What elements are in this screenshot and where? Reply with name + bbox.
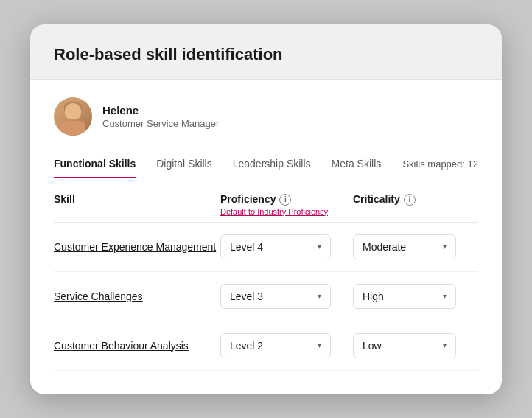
proficiency-sub[interactable]: Default to Industry Proficiency	[220, 207, 346, 216]
tabs-bar: Functional Skills Digital Skills Leaders…	[54, 150, 478, 178]
skill-name-1[interactable]: Service Challenges	[54, 290, 220, 302]
criticality-select-1[interactable]: High ▾	[353, 284, 456, 309]
skill-name-2[interactable]: Customer Behaviour Analysis	[54, 340, 220, 352]
table-header: Skill Proficiency i Default to Industry …	[54, 193, 478, 223]
proficiency-value-0: Level 4	[230, 241, 263, 253]
page-title: Role-based skill identification	[54, 45, 478, 64]
skill-name-0[interactable]: Customer Experience Management	[54, 241, 220, 253]
proficiency-dropdown-0: Level 4 ▾	[220, 234, 353, 259]
tab-functional[interactable]: Functional Skills	[54, 150, 136, 178]
proficiency-info-icon[interactable]: i	[279, 194, 291, 206]
user-row: Helene Customer Service Manager	[54, 97, 478, 136]
proficiency-dropdown-2: Level 2 ▾	[220, 333, 353, 358]
table-row: Customer Experience Management Level 4 ▾…	[54, 223, 478, 272]
criticality-header-inner: Criticality i	[353, 193, 478, 206]
criticality-value-0: Moderate	[363, 241, 406, 253]
skills-mapped: Skills mapped: 12	[402, 151, 478, 177]
criticality-arrow-2: ▾	[443, 341, 447, 349]
col-criticality-header: Criticality i	[353, 193, 478, 216]
criticality-value-1: High	[363, 290, 384, 302]
proficiency-arrow-1: ▾	[318, 292, 321, 300]
table-row: Customer Behaviour Analysis Level 2 ▾ Lo…	[54, 321, 478, 371]
proficiency-arrow-0: ▾	[318, 243, 321, 251]
avatar-head	[65, 103, 81, 119]
user-role: Customer Service Manager	[102, 118, 219, 129]
avatar-body	[60, 121, 85, 136]
criticality-select-0[interactable]: Moderate ▾	[353, 234, 456, 259]
avatar	[54, 97, 92, 136]
criticality-label: Criticality	[353, 193, 400, 205]
tab-digital[interactable]: Digital Skills	[156, 150, 211, 178]
criticality-dropdown-1: High ▾	[353, 284, 478, 309]
tab-leadership[interactable]: Leadership Skills	[233, 150, 311, 178]
col-proficiency-header: Proficiency i Default to Industry Profic…	[220, 193, 353, 216]
proficiency-select-2[interactable]: Level 2 ▾	[220, 333, 331, 358]
proficiency-value-1: Level 3	[230, 290, 263, 302]
tab-meta[interactable]: Meta Skills	[332, 150, 382, 178]
card-header: Role-based skill identification	[30, 24, 502, 80]
proficiency-value-2: Level 2	[230, 340, 263, 352]
main-card: Role-based skill identification Helene C…	[30, 24, 502, 394]
proficiency-header-inner: Proficiency i	[220, 193, 346, 206]
criticality-value-2: Low	[363, 340, 382, 352]
user-info: Helene Customer Service Manager	[102, 104, 219, 129]
criticality-info-icon[interactable]: i	[404, 194, 416, 206]
user-name: Helene	[102, 104, 219, 116]
table-row: Service Challenges Level 3 ▾ High ▾	[54, 272, 478, 321]
criticality-dropdown-0: Moderate ▾	[353, 234, 478, 259]
skills-table: Skill Proficiency i Default to Industry …	[54, 193, 478, 371]
criticality-arrow-1: ▾	[443, 292, 447, 300]
proficiency-select-1[interactable]: Level 3 ▾	[220, 284, 331, 309]
proficiency-arrow-2: ▾	[318, 341, 321, 349]
card-body: Helene Customer Service Manager Function…	[30, 80, 502, 394]
criticality-select-2[interactable]: Low ▾	[353, 333, 456, 358]
col-skill-header: Skill	[54, 193, 220, 216]
criticality-dropdown-2: Low ▾	[353, 333, 478, 358]
proficiency-label: Proficiency	[220, 193, 276, 205]
proficiency-select-0[interactable]: Level 4 ▾	[220, 234, 331, 259]
proficiency-dropdown-1: Level 3 ▾	[220, 284, 353, 309]
criticality-arrow-0: ▾	[443, 243, 447, 251]
